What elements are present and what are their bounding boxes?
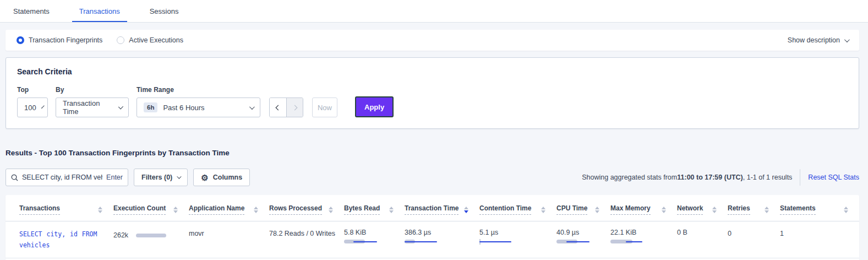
sort-icon	[844, 207, 848, 213]
enter-hint: Enter	[106, 174, 123, 181]
tab-sessions[interactable]: Sessions	[143, 1, 186, 22]
sort-icon	[389, 207, 394, 213]
bytes-read-barchart	[344, 239, 389, 245]
cell-application-name: movr	[189, 221, 269, 258]
column-header-statements[interactable]: Statements	[780, 196, 859, 221]
statements-value: 1	[780, 229, 784, 237]
time-range-arrows	[269, 98, 303, 117]
top-label: Top	[17, 86, 48, 94]
filters-button[interactable]: Filters (0)	[134, 169, 188, 186]
execution-count-value: 262k	[113, 231, 128, 239]
cell-rows-processed: 78.2 Reads / 0 Writes	[269, 221, 344, 258]
results-controls: Enter Filters (0) ⚙ Columns Showing aggr…	[6, 169, 859, 186]
radio-transaction-fingerprints[interactable]: Transaction Fingerprints	[17, 36, 102, 44]
column-header-transaction-time[interactable]: Transaction Time	[405, 196, 479, 221]
mean-bar	[479, 241, 511, 243]
search-box[interactable]: Enter	[6, 169, 128, 186]
cell-contention-time: 5.1 µs	[479, 221, 556, 258]
cell-transaction: SELECT city, id FROM vehicles	[6, 221, 113, 258]
time-range-select[interactable]: 6h Past 6 Hours	[137, 98, 260, 117]
view-toggle-card: Transaction Fingerprints Active Executio…	[6, 30, 859, 51]
stats-prefix: Showing aggregated stats from	[582, 174, 677, 181]
transaction-time-value: 386.3 µs	[405, 229, 431, 236]
apply-button[interactable]: Apply	[355, 96, 394, 117]
search-criteria-title: Search Criteria	[17, 67, 848, 76]
column-header-rows-processed[interactable]: Rows Processed	[269, 196, 344, 221]
search-icon	[11, 174, 18, 181]
columns-button[interactable]: ⚙ Columns	[193, 169, 250, 186]
column-header-application-name[interactable]: Application Name	[189, 196, 269, 221]
column-header-bytes-read[interactable]: Bytes Read	[344, 196, 405, 221]
time-range-field: Time Range 6h Past 6 Hours	[137, 86, 260, 117]
execution-count-bar	[136, 234, 166, 237]
mean-bar	[353, 241, 377, 243]
results-table: Transactions Execution Count Application…	[6, 196, 859, 258]
radio-active-executions[interactable]: Active Executions	[117, 36, 183, 44]
by-field: By Transaction Time	[56, 86, 129, 117]
column-header-retries[interactable]: Retries	[728, 196, 780, 221]
cell-retries: 0	[728, 221, 780, 258]
columns-label: Columns	[213, 174, 242, 181]
column-header-max-memory[interactable]: Max Memory	[610, 196, 677, 221]
max-memory-value: 22.1 KiB	[610, 229, 636, 236]
cpu-time-barchart	[556, 239, 602, 245]
column-header-execution-count[interactable]: Execution Count	[113, 196, 189, 221]
tab-transactions[interactable]: Transactions	[72, 1, 127, 22]
reset-sql-stats-link[interactable]: Reset SQL Stats	[808, 174, 859, 181]
divider	[800, 169, 800, 186]
chevron-down-icon	[41, 105, 45, 109]
chevron-down-icon	[249, 104, 255, 110]
stats-range: 11:00 to 17:59 (UTC)	[677, 174, 743, 181]
by-select-value: Transaction Time	[63, 99, 113, 116]
time-range-prev-button[interactable]	[270, 98, 286, 117]
search-input[interactable]	[22, 174, 102, 181]
sort-icon	[173, 207, 178, 213]
time-range-next-button[interactable]	[286, 98, 303, 117]
results-heading: Results - Top 100 Transaction Fingerprin…	[6, 149, 859, 157]
chevron-down-icon	[844, 37, 850, 42]
mean-bar	[626, 241, 642, 243]
time-range-badge: 6h	[144, 102, 157, 112]
radio-label: Active Executions	[129, 36, 183, 44]
mean-bar	[405, 241, 437, 243]
column-header-transactions[interactable]: Transactions	[6, 196, 113, 221]
show-description-toggle[interactable]: Show description	[788, 36, 848, 44]
top-field: Top 100	[17, 86, 48, 117]
results-table-card: Transactions Execution Count Application…	[6, 195, 859, 260]
cell-statements: 1	[780, 221, 859, 258]
radio-unselected-icon	[117, 36, 124, 44]
column-header-contention-time[interactable]: Contention Time	[479, 196, 556, 221]
sort-icon	[595, 207, 599, 213]
cell-execution-count: 262k	[113, 221, 189, 258]
now-button[interactable]: Now	[312, 98, 337, 117]
cell-max-memory: 22.1 KiB	[610, 221, 677, 258]
radio-label: Transaction Fingerprints	[29, 36, 102, 44]
time-range-label: Time Range	[137, 86, 260, 94]
cell-cpu-time: 40.9 µs	[556, 221, 610, 258]
retries-value: 0	[728, 229, 731, 237]
sort-icon	[712, 207, 717, 213]
by-select[interactable]: Transaction Time	[56, 98, 129, 117]
table-row: SELECT city, id FROM vehicles 262k movr …	[6, 221, 859, 258]
aggregated-stats-text: Showing aggregated stats from 11:00 to 1…	[582, 174, 792, 181]
sort-icon	[662, 207, 666, 213]
max-memory-barchart	[610, 239, 656, 245]
column-header-network[interactable]: Network	[677, 196, 728, 221]
gear-icon: ⚙	[201, 174, 208, 182]
search-criteria-card: Search Criteria Top 100 By Transaction T…	[6, 57, 859, 129]
top-select[interactable]: 100	[17, 98, 48, 117]
application-name-value: movr	[189, 229, 204, 237]
sort-icon	[98, 207, 102, 213]
page-tabbar: Statements Transactions Sessions	[0, 0, 868, 23]
transaction-fingerprint-link[interactable]: SELECT city, id FROM vehicles	[19, 229, 102, 251]
tab-statements[interactable]: Statements	[6, 1, 57, 22]
sort-icon	[254, 207, 258, 213]
mean-bar	[566, 241, 589, 243]
top-select-value: 100	[24, 104, 36, 112]
chevron-right-icon	[292, 105, 298, 110]
view-toggle-group: Transaction Fingerprints Active Executio…	[17, 36, 183, 44]
column-header-cpu-time[interactable]: CPU Time	[556, 196, 610, 221]
cell-transaction-time: 386.3 µs	[405, 221, 479, 258]
sort-icon	[329, 207, 333, 213]
transaction-time-barchart	[405, 239, 450, 245]
